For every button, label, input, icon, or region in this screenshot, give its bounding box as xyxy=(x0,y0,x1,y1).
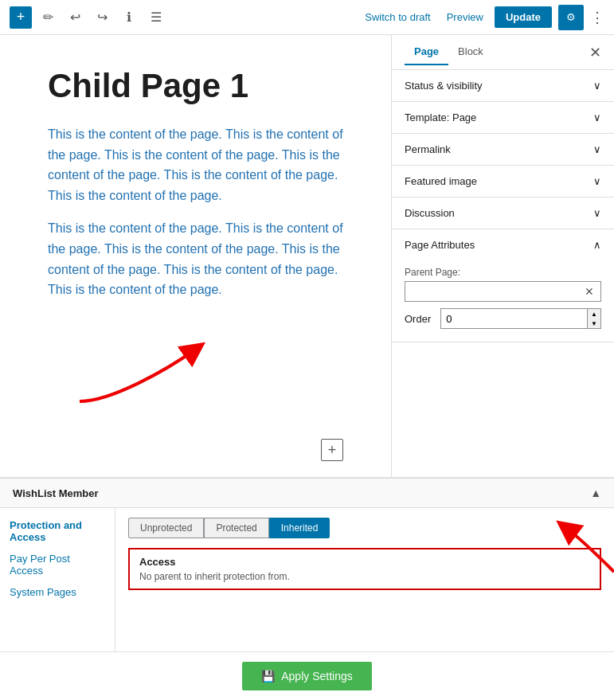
wishlist-nav-protection[interactable]: Protection and Access xyxy=(0,514,115,548)
main-area: Child Page 1 This is the content of the … xyxy=(0,35,614,477)
sidebar-section-template: Template: Page ∨ xyxy=(392,102,614,134)
page-attributes-chevron-icon: ∧ xyxy=(593,239,601,251)
sidebar-section-permalink: Permalink ∨ xyxy=(392,134,614,166)
page-attributes-body: Parent Page: ✕ Order ▲ ▼ xyxy=(392,260,614,342)
more-options-button[interactable]: ⋮ xyxy=(590,9,604,26)
parent-page-input[interactable]: ✕ xyxy=(405,281,601,302)
undo-button[interactable]: ↩ xyxy=(64,6,86,29)
permalink-chevron-icon: ∨ xyxy=(593,143,601,155)
sidebar-section-featured-image: Featured image ∨ xyxy=(392,166,614,197)
inline-add-block-button[interactable]: + xyxy=(321,439,343,461)
order-spin-down[interactable]: ▼ xyxy=(588,319,600,328)
parent-page-clear-icon[interactable]: ✕ xyxy=(585,285,594,298)
protection-tabs: Unprotected Protected Inherited xyxy=(128,518,601,538)
preview-button[interactable]: Preview xyxy=(442,8,488,26)
add-block-button[interactable]: + xyxy=(10,6,32,29)
permalink-header[interactable]: Permalink ∨ xyxy=(392,134,614,165)
sidebar-section-status: Status & visibility ∨ xyxy=(392,70,614,102)
access-box: Access No parent to inherit protection f… xyxy=(128,548,601,590)
apply-row: 💾 Apply Settings xyxy=(0,651,614,700)
parent-page-label: Parent Page: xyxy=(405,267,601,278)
payperpost-nav-label: Pay Per Post Access xyxy=(10,553,70,577)
redo-button[interactable]: ↪ xyxy=(91,6,113,29)
editor-area[interactable]: Child Page 1 This is the content of the … xyxy=(0,35,391,477)
page-content-1: This is the content of the page. This is… xyxy=(48,124,343,205)
sidebar-section-discussion: Discussion ∨ xyxy=(392,197,614,229)
wishlist-panel: WishList Member ▲ Protection and Access … xyxy=(0,477,614,700)
discussion-chevron-icon: ∨ xyxy=(593,207,601,219)
wishlist-nav-system[interactable]: System Pages xyxy=(0,581,115,603)
wishlist-body: Protection and Access Pay Per Post Acces… xyxy=(0,508,614,651)
status-chevron-icon: ∨ xyxy=(593,80,601,92)
order-spin-up[interactable]: ▲ xyxy=(588,309,600,319)
prot-tab-unprotected[interactable]: Unprotected xyxy=(128,518,204,538)
info-button[interactable]: ℹ xyxy=(118,6,140,29)
sidebar-close-button[interactable]: ✕ xyxy=(589,44,601,61)
order-input-wrap: ▲ ▼ xyxy=(440,308,601,329)
settings-button[interactable]: ⚙ xyxy=(558,5,584,30)
list-view-button[interactable]: ☰ xyxy=(145,6,167,29)
prot-tab-inherited[interactable]: Inherited xyxy=(269,518,330,538)
featured-image-chevron-icon: ∨ xyxy=(593,175,601,187)
order-row: Order ▲ ▼ xyxy=(405,308,601,329)
toolbar-right: Switch to draft Preview Update ⚙ ⋮ xyxy=(360,5,604,30)
sidebar-section-page-attributes: Page Attributes ∧ Parent Page: ✕ Order ▲… xyxy=(392,229,614,342)
featured-image-label: Featured image xyxy=(405,175,477,187)
apply-settings-label: Apply Settings xyxy=(281,670,353,682)
update-button[interactable]: Update xyxy=(495,6,552,28)
access-title: Access xyxy=(139,556,590,568)
tab-page[interactable]: Page xyxy=(405,39,448,65)
access-message: No parent to inherit protection from. xyxy=(139,571,590,582)
edit-icon-button[interactable]: ✏ xyxy=(37,6,59,29)
wishlist-nav-payperpost[interactable]: Pay Per Post Access xyxy=(0,548,115,581)
sidebar-tabs: Page Block ✕ xyxy=(392,35,614,70)
template-chevron-icon: ∨ xyxy=(593,111,601,123)
editor-wrapper: Child Page 1 This is the content of the … xyxy=(0,35,391,477)
order-label: Order xyxy=(405,313,431,325)
page-title: Child Page 1 xyxy=(48,67,343,105)
discussion-label: Discussion xyxy=(405,207,455,219)
permalink-label: Permalink xyxy=(405,143,451,155)
wishlist-content: Unprotected Protected Inherited Access N… xyxy=(115,508,614,651)
status-visibility-label: Status & visibility xyxy=(405,80,483,92)
page-content-2: This is the content of the page. This is… xyxy=(48,218,343,299)
save-icon: 💾 xyxy=(261,670,275,682)
main-toolbar: + ✏ ↩ ↪ ℹ ☰ Switch to draft Preview Upda… xyxy=(0,0,614,35)
order-spinners: ▲ ▼ xyxy=(587,309,600,328)
toolbar-left: + ✏ ↩ ↪ ℹ ☰ xyxy=(10,6,354,29)
sidebar-tab-group: Page Block xyxy=(405,39,493,65)
order-input[interactable] xyxy=(441,310,587,328)
wishlist-header: WishList Member ▲ xyxy=(0,479,614,508)
prot-tab-protected[interactable]: Protected xyxy=(204,518,268,538)
protection-nav-label: Protection and Access xyxy=(10,519,82,543)
template-header[interactable]: Template: Page ∨ xyxy=(392,102,614,133)
wishlist-collapse-button[interactable]: ▲ xyxy=(590,487,601,499)
status-visibility-header[interactable]: Status & visibility ∨ xyxy=(392,70,614,101)
apply-settings-button[interactable]: 💾 Apply Settings xyxy=(242,662,372,690)
discussion-header[interactable]: Discussion ∨ xyxy=(392,197,614,229)
system-nav-label: System Pages xyxy=(10,586,76,598)
wishlist-title: WishList Member xyxy=(13,487,99,499)
tab-block[interactable]: Block xyxy=(448,39,493,65)
page-attributes-header[interactable]: Page Attributes ∧ xyxy=(392,229,614,260)
switch-to-draft-button[interactable]: Switch to draft xyxy=(360,8,435,26)
sidebar: Page Block ✕ Status & visibility ∨ Templ… xyxy=(391,35,614,477)
featured-image-header[interactable]: Featured image ∨ xyxy=(392,166,614,197)
page-attributes-label: Page Attributes xyxy=(405,239,475,251)
wishlist-nav: Protection and Access Pay Per Post Acces… xyxy=(0,508,115,651)
template-label: Template: Page xyxy=(405,111,476,123)
